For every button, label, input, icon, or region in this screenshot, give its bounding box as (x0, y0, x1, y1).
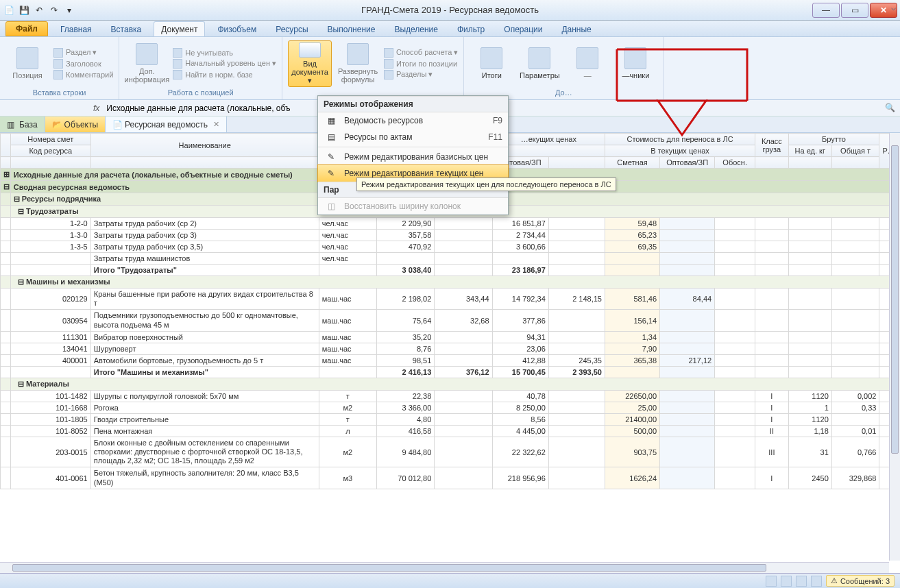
view-document-dropdown: Режимы отображения ▦Ведомость ресурсовF9… (317, 95, 509, 215)
sections-icon (384, 70, 393, 79)
table-row: 101-1482Шурупы с полукруглой головкой: 5… (1, 390, 900, 402)
status-icon-3[interactable] (796, 576, 807, 587)
tab-document[interactable]: Документ (154, 21, 205, 36)
tab-fizobem[interactable]: Физобъем (210, 22, 263, 36)
app-icon[interactable]: 📄 (3, 4, 15, 16)
expand-formulas-label: Развернуть формулы (336, 67, 380, 84)
status-icon-2[interactable] (781, 576, 792, 587)
table-row: 101-1668Рогожам23 366,008 250,0025,00I10… (1, 402, 900, 413)
col-num[interactable]: Номера смет (10, 134, 90, 145)
table-row: 1-2-0Затраты труда рабочих (ср 2)чел.час… (1, 218, 900, 230)
maximize-button[interactable]: ▭ (841, 3, 868, 18)
qat-undo[interactable]: ↶ (33, 4, 45, 16)
findnorm-icon (173, 70, 182, 79)
view-document-button[interactable]: Вид документа ▾ (288, 40, 332, 87)
menu-item-resources-by-acts[interactable]: ▤Ресурсы по актамF11 (318, 129, 508, 145)
tab-vypolnenie[interactable]: Выполнение (321, 22, 382, 36)
ribbon-group-work-position: Доп. информация Не учитывать Начальный у… (119, 37, 282, 99)
search-icon[interactable]: 🔍 (885, 103, 896, 114)
quick-access-toolbar: 📄 💾 ↶ ↷ ▾ (3, 4, 75, 16)
titlebar: 📄 💾 ↶ ↷ ▾ ГРАНД-Смета 2019 - Ресурсная в… (0, 0, 900, 21)
col-obsch[interactable]: Общая т (831, 145, 879, 157)
vertical-scrollbar[interactable] (889, 133, 900, 561)
tab-resources[interactable]: Ресурсы (269, 22, 315, 36)
col-empty[interactable] (492, 145, 605, 157)
parameters-button[interactable]: Параметры (518, 40, 561, 87)
other-icon (576, 47, 598, 69)
sections-button[interactable]: Разделы ▾ (384, 70, 458, 79)
table-row: 101-8052Пена монтажнаял416,584 445,00500… (1, 425, 900, 437)
warning-icon: ⚠ (831, 576, 838, 585)
col-curprices-a[interactable]: …екущих ценах (492, 134, 605, 145)
addinfo-label: Доп. информация (125, 67, 170, 84)
tab-main[interactable]: Главная (53, 22, 99, 36)
col-naed[interactable]: На ед. кг (788, 145, 831, 157)
table-row: 030954Подъемники грузоподъемностью до 50… (1, 310, 900, 331)
book-icon (624, 47, 646, 69)
col-brutto[interactable]: Брутто (788, 134, 879, 145)
section-button[interactable]: Раздел ▾ (53, 48, 113, 58)
subtotal-row: Итого "Машины и механизмы"2 416,13376,12… (1, 366, 900, 378)
table-row: 111301Вибратор поверхностныймаш.час35,20… (1, 331, 900, 343)
noaccount-icon (173, 48, 182, 58)
comment-icon (53, 70, 63, 79)
window-buttons: — ▭ ✕ (812, 3, 897, 18)
fx-icon (347, 43, 369, 65)
col-expand[interactable] (1, 134, 11, 157)
initprice-icon (173, 59, 182, 69)
qat-save[interactable]: 💾 (18, 4, 30, 16)
subtotal-row: Итого "Трудозатраты"3 038,4023 186,97 (1, 265, 900, 276)
col-code[interactable]: Код ресурса (10, 145, 90, 157)
tab-data[interactable]: Данные (555, 22, 598, 36)
col-klass[interactable]: Класс груза (755, 134, 788, 157)
table-row: 101-1805Гвозди строительныет4,808,562140… (1, 413, 900, 425)
doc-icon: 📄 (112, 120, 122, 130)
tab-operations[interactable]: Операции (497, 22, 549, 36)
status-icon-4[interactable] (811, 576, 822, 587)
menu-item-edit-base-prices[interactable]: ✎Режим редактирования базисных цен (318, 149, 508, 165)
sources-button[interactable]: —чники (613, 40, 657, 87)
table-row: 401-0061Бетон тяжелый, крупность заполни… (1, 467, 900, 489)
ribbon-body: Позиция Раздел ▾ Заголовок Комментарий В… (0, 37, 900, 100)
col-opt2[interactable]: Оптовая/ЗП (660, 157, 715, 169)
scrollbar-thumb[interactable] (891, 145, 899, 454)
doctab-base[interactable]: ▥База (0, 117, 45, 132)
qat-redo[interactable]: ↷ (48, 4, 60, 16)
col-costtransfer[interactable]: Стоимость для переноса в ЛС (605, 134, 755, 145)
messages-badge[interactable]: ⚠Сообщений: 3 (826, 575, 895, 587)
edit-icon: ✎ (324, 151, 339, 163)
doctab-document[interactable]: 📄Ресурсная ведомость✕ (106, 117, 227, 132)
ribbon-collapse-icon[interactable]: ⌵ (891, 3, 896, 12)
parameters-label: Параметры (520, 71, 560, 79)
tab-selection[interactable]: Выделение (387, 22, 445, 36)
tooltip: Режим редактирования текущих цен для пос… (356, 177, 616, 191)
horizontal-scrollbar[interactable] (0, 562, 889, 573)
table-row: 400001Автомобили бортовые, грузоподъемно… (1, 354, 900, 366)
doctab-close-icon[interactable]: ✕ (213, 120, 219, 129)
col-smet[interactable]: Сметная (605, 157, 659, 169)
dropdown-header: Режимы отображения (318, 96, 508, 112)
menu-item-resource-list[interactable]: ▦Ведомость ресурсовF9 (318, 112, 508, 129)
addinfo-button: Доп. информация (125, 40, 169, 87)
table-row: 1-3-0Затраты труда рабочих (ср 3)чел.час… (1, 230, 900, 241)
tab-file[interactable]: Файл (5, 21, 48, 36)
status-icon-1[interactable] (766, 576, 777, 587)
tab-insert[interactable]: Вставка (104, 22, 149, 36)
calcmode-button[interactable]: Способ расчета ▾ (384, 48, 458, 58)
findnorm-button: Найти в норм. базе (173, 70, 276, 79)
group-row: ⊟ Машины и механизмы (1, 276, 900, 289)
tab-filter[interactable]: Фильтр (450, 22, 491, 36)
col-obosn[interactable]: Обосн. (715, 157, 755, 169)
columns-icon: ◫ (324, 200, 339, 212)
addinfo-icon (136, 43, 158, 65)
minimize-button[interactable]: — (812, 3, 840, 18)
scrollbar-thumb[interactable] (12, 564, 766, 572)
col-curprices2[interactable]: В текущих ценах (605, 145, 755, 157)
col-name[interactable]: Наименование (90, 134, 319, 157)
itogi-button[interactable]: Итоги (470, 40, 513, 87)
doctab-objects[interactable]: 📂Объекты (45, 117, 106, 132)
ribbon-group-view: Вид документа ▾ Развернуть формулы Спосо… (282, 37, 463, 99)
group-row: ⊟ Материалы (1, 378, 900, 390)
grid-body[interactable]: ⊞Исходные данные для расчета (локальные,… (1, 169, 900, 489)
qat-dropdown[interactable]: ▾ (63, 4, 75, 16)
